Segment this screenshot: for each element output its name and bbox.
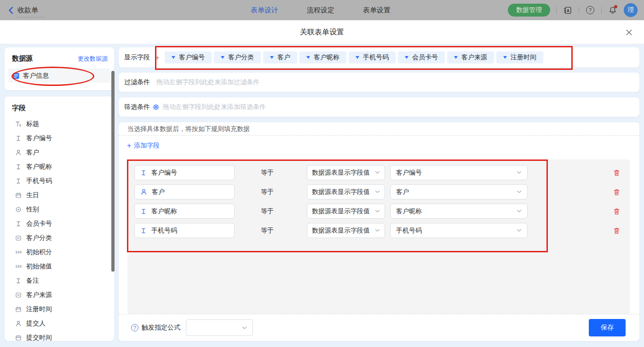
rule-source-select[interactable]: 数据源表显示字段值 <box>307 165 385 180</box>
sidebar-field-item[interactable]: 提交时间 <box>5 330 114 341</box>
rules-footer: ? 触发指定公式 保存 <box>119 314 639 341</box>
screen-drop-placeholder: 拖动左侧字段到此处来添加筛选条件 <box>163 103 266 111</box>
divider <box>579 7 579 14</box>
sidebar-field-item[interactable]: 客户来源 <box>5 288 114 302</box>
rule-field[interactable]: 客户昵称 <box>134 204 235 219</box>
tab-form-design[interactable]: 表单设计 <box>251 6 278 15</box>
caret-down-icon <box>454 56 458 59</box>
rule-source-select[interactable]: 数据源表显示字段值 <box>307 223 385 238</box>
sidebar-field-item[interactable]: 手机号码 <box>5 174 114 188</box>
sidebar-field-item[interactable]: 客户昵称 <box>5 159 114 174</box>
save-button[interactable]: 保存 <box>589 319 626 336</box>
rule-field[interactable]: 客户 <box>134 184 235 199</box>
contacts-book-icon[interactable] <box>563 5 573 15</box>
sidebar-field-item[interactable]: 客户 <box>5 145 114 159</box>
sidebar-field-item[interactable]: 备注 <box>5 273 114 288</box>
close-icon[interactable] <box>625 28 633 36</box>
display-field-tag[interactable]: 客户来源 <box>447 51 494 63</box>
display-field-tag[interactable]: 会员卡号 <box>398 51 445 63</box>
filter-drop-placeholder: 拖动左侧字段到此处来添加过滤条件 <box>156 78 259 86</box>
sidebar-field-item[interactable]: 生日 <box>5 188 114 202</box>
filter-condition-row[interactable]: 过滤条件 拖动左侧字段到此处来添加过滤条件 <box>119 73 639 92</box>
calendar-icon <box>15 335 22 341</box>
fill-rule-row: 手机号码 等于 数据源表显示字段值 手机号码 <box>127 223 630 238</box>
caret-down-icon <box>405 56 408 59</box>
notification-bell-icon[interactable] <box>608 5 618 15</box>
rule-value: 客户昵称 <box>396 207 422 216</box>
sidebar-field-item[interactable]: 会员卡号 <box>5 216 114 231</box>
calendar-icon <box>15 192 22 199</box>
sidebar-field-item[interactable]: 123 初始储值 <box>5 259 114 273</box>
data-manage-button[interactable]: 数据管理 <box>508 4 550 17</box>
display-field-tag[interactable]: 注册时间 <box>496 51 543 63</box>
display-field-tag[interactable]: 客户编号 <box>165 51 212 63</box>
modal-title: 关联表单设置 <box>300 27 344 37</box>
change-datasource-link[interactable]: 更改数据源 <box>78 55 108 63</box>
app-header: 收款单 表单设计 流程设定 表单设置 数据管理 ? <box>0 0 644 20</box>
tab-form-settings[interactable]: 表单设置 <box>363 6 391 15</box>
rule-value-select[interactable]: 手机号码 <box>390 223 528 238</box>
fields-title: 字段 <box>5 97 114 113</box>
back-button[interactable]: 收款单 <box>0 6 38 15</box>
trash-icon[interactable] <box>613 208 620 215</box>
sidebar-field-item[interactable]: 标题 <box>5 117 114 131</box>
trash-icon[interactable] <box>613 188 620 196</box>
help-circle-icon[interactable]: ? <box>131 324 138 331</box>
rule-source-value: 数据源表显示字段值 <box>312 227 370 235</box>
rule-value: 客户 <box>396 188 409 196</box>
display-field-tag[interactable]: 手机号码 <box>349 51 396 63</box>
rule-operator: 等于 <box>261 227 307 235</box>
number-icon: 123 <box>15 264 22 268</box>
datasource-item[interactable]: 客户信息 <box>8 68 110 83</box>
fill-rule-row: 客户编号 等于 数据源表显示字段值 客户编号 <box>127 165 630 180</box>
rule-value-select[interactable]: 客户 <box>390 184 528 199</box>
rule-field[interactable]: 客户编号 <box>134 165 235 180</box>
trash-icon[interactable] <box>613 169 620 176</box>
gear-icon[interactable] <box>153 104 159 110</box>
datasource-panel: 数据源 更改数据源 客户信息 <box>5 47 114 90</box>
rule-value-select[interactable]: 客户昵称 <box>390 204 528 219</box>
notification-dot <box>614 5 617 8</box>
rule-source-select[interactable]: 数据源表显示字段值 <box>307 184 385 199</box>
sidebar-field-item[interactable]: 123 初始积分 <box>5 245 114 259</box>
caret-down-icon <box>172 56 175 59</box>
rule-source-value: 数据源表显示字段值 <box>312 188 370 196</box>
rule-field[interactable]: 手机号码 <box>134 223 235 238</box>
datasource-item-label: 客户信息 <box>23 72 49 80</box>
sidebar-field-item[interactable]: 客户分类 <box>5 231 114 245</box>
chevron-down-icon <box>517 171 522 174</box>
rule-field-label: 手机号码 <box>151 227 177 235</box>
help-icon[interactable]: ? <box>585 5 595 15</box>
fill-rule-row: 客户 等于 数据源表显示字段值 客户 <box>127 184 630 199</box>
rule-source-select[interactable]: 数据源表显示字段值 <box>307 204 385 219</box>
user-avatar[interactable]: 理 <box>624 3 638 17</box>
trigger-formula-select[interactable] <box>186 319 253 336</box>
text-icon <box>15 164 22 170</box>
rule-value-select[interactable]: 客户编号 <box>390 165 528 180</box>
sidebar-field-item[interactable]: 客户编号 <box>5 131 114 145</box>
sidebar-field-item[interactable]: 注册时间 <box>5 302 114 316</box>
user-icon <box>15 320 22 327</box>
fill-rules-list: 客户编号 等于 数据源表显示字段值 客户编号 客户 等于 <box>127 159 630 314</box>
screen-condition-row[interactable]: 筛选条件 拖动左侧字段到此处来添加筛选条件 <box>119 97 639 117</box>
add-display-field-icon[interactable]: + <box>155 54 160 62</box>
rule-field-label: 客户编号 <box>151 169 177 177</box>
sidebar-field-item[interactable]: 提交人 <box>5 316 114 330</box>
display-field-tags: 客户编号 客户分类 客户 客户昵称 手机号码 会员卡号 客户来源 注册时间 <box>165 51 543 63</box>
add-field-button[interactable]: + 添加字段 <box>119 142 160 150</box>
fields-scrollbar[interactable] <box>111 71 115 272</box>
fill-rules-panel: 当选择具体数据后，将按如下规则填充数据 + 添加字段 客户编号 等于 数据源表显… <box>119 122 639 341</box>
header-tabs: 表单设计 流程设定 表单设置 <box>251 0 391 20</box>
display-field-tag[interactable]: 客户 <box>263 51 297 63</box>
form-name-underline <box>17 17 46 17</box>
trash-icon[interactable] <box>613 227 620 234</box>
text-icon <box>15 278 22 284</box>
display-field-tag[interactable]: 客户昵称 <box>299 51 346 63</box>
tab-workflow-settings[interactable]: 流程设定 <box>307 6 334 15</box>
text-icon <box>15 178 22 184</box>
rule-value: 客户编号 <box>396 169 422 177</box>
display-field-tag[interactable]: 客户分类 <box>214 51 261 63</box>
fill-rules-hint: 当选择具体数据后，将按如下规则填充数据 <box>119 122 639 136</box>
sidebar-field-item[interactable]: 性别 <box>5 202 114 216</box>
text-icon <box>140 208 147 215</box>
